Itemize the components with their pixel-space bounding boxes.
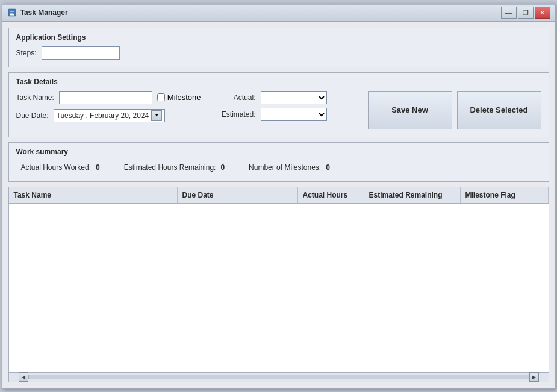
task-name-row: Task Name: Milestone <box>16 91 201 104</box>
col-actual-hours: Actual Hours <box>298 187 364 203</box>
horizontal-scrollbar[interactable]: ◀ ▶ <box>9 372 549 382</box>
restore-button[interactable]: ❐ <box>518 7 534 19</box>
estimated-dropdown[interactable] <box>261 108 327 121</box>
due-date-label: Due Date: <box>16 111 49 120</box>
col-milestone-flag: Milestone Flag <box>461 187 549 203</box>
estimated-hours-label: Estimated Hours Remaining: <box>124 163 216 172</box>
close-button[interactable]: ✕ <box>535 7 550 19</box>
actual-hours-label: Actual Hours Worked: <box>21 163 92 172</box>
task-details-label: Task Details <box>16 78 541 86</box>
svg-rect-3 <box>10 14 14 16</box>
task-table: Task Name Due Date Actual Hours Estimate… <box>8 187 549 382</box>
estimated-hours-item: Estimated Hours Remaining: 0 <box>124 163 225 172</box>
date-picker-button[interactable]: ▼ <box>151 110 162 121</box>
actual-dropdown[interactable] <box>261 91 327 104</box>
scroll-left-arrow[interactable]: ◀ <box>19 372 28 382</box>
actual-estimated-col: Actual: Estimated: <box>217 91 327 121</box>
estimated-row: Estimated: <box>217 108 327 121</box>
steps-label: Steps: <box>16 49 37 57</box>
work-summary-section: Work summary Actual Hours Worked: 0 Esti… <box>8 142 549 182</box>
due-date-value: Tuesday , February 20, 2024 <box>57 111 149 120</box>
steps-input[interactable] <box>42 46 120 60</box>
work-summary-label: Work summary <box>16 148 541 156</box>
window-content: Application Settings Steps: Task Details… <box>2 22 555 388</box>
estimated-label: Estimated: <box>217 110 256 119</box>
table-body[interactable] <box>9 204 549 372</box>
app-settings-section: Application Settings Steps: <box>8 28 549 67</box>
due-date-display: Tuesday , February 20, 2024 ▼ <box>54 109 166 122</box>
delete-selected-button[interactable]: Delete Selected <box>457 91 541 129</box>
actual-hours-value: 0 <box>96 163 100 172</box>
main-window: Task Manager — ❐ ✕ Application Settings … <box>2 4 556 389</box>
col-due-date: Due Date <box>178 187 298 203</box>
scroll-right-arrow[interactable]: ▶ <box>529 372 539 382</box>
due-date-row: Due Date: Tuesday , February 20, 2024 ▼ <box>16 109 201 122</box>
milestones-item: Number of Milestones: 0 <box>249 163 330 172</box>
col-task-name: Task Name <box>9 187 178 203</box>
task-details-grid: Task Name: Milestone Due Date: Tuesday ,… <box>16 91 541 129</box>
milestone-text: Milestone <box>167 93 201 102</box>
milestones-value: 0 <box>326 163 330 172</box>
milestone-label[interactable]: Milestone <box>157 93 201 102</box>
task-details-left: Task Name: Milestone Due Date: Tuesday ,… <box>16 91 201 122</box>
task-name-input[interactable] <box>59 91 152 104</box>
svg-rect-2 <box>10 13 13 14</box>
svg-rect-1 <box>10 11 14 12</box>
app-settings-content: Steps: <box>16 46 541 60</box>
save-new-button[interactable]: Save New <box>368 91 452 129</box>
minimize-button[interactable]: — <box>501 7 517 19</box>
col-estimated-remaining: Estimated Remaining <box>364 187 461 203</box>
table-header: Task Name Due Date Actual Hours Estimate… <box>9 187 549 204</box>
actual-label: Actual: <box>217 93 256 102</box>
milestone-checkbox[interactable] <box>157 93 165 101</box>
task-details-section: Task Details Task Name: Milestone D <box>8 72 549 137</box>
work-summary-content: Actual Hours Worked: 0 Estimated Hours R… <box>16 161 541 174</box>
estimated-hours-value: 0 <box>220 163 225 172</box>
window-controls: — ❐ ✕ <box>501 7 550 19</box>
app-icon <box>7 8 17 17</box>
window-title: Task Manager <box>20 8 501 17</box>
actual-row: Actual: <box>217 91 327 104</box>
milestones-label: Number of Milestones: <box>249 163 321 172</box>
actual-hours-item: Actual Hours Worked: 0 <box>21 163 100 172</box>
scrollbar-track[interactable] <box>28 375 529 379</box>
app-settings-label: Application Settings <box>16 33 541 42</box>
title-bar: Task Manager — ❐ ✕ <box>2 5 555 22</box>
task-name-label: Task Name: <box>16 93 54 102</box>
buttons-col: Save New Delete Selected <box>368 91 541 129</box>
